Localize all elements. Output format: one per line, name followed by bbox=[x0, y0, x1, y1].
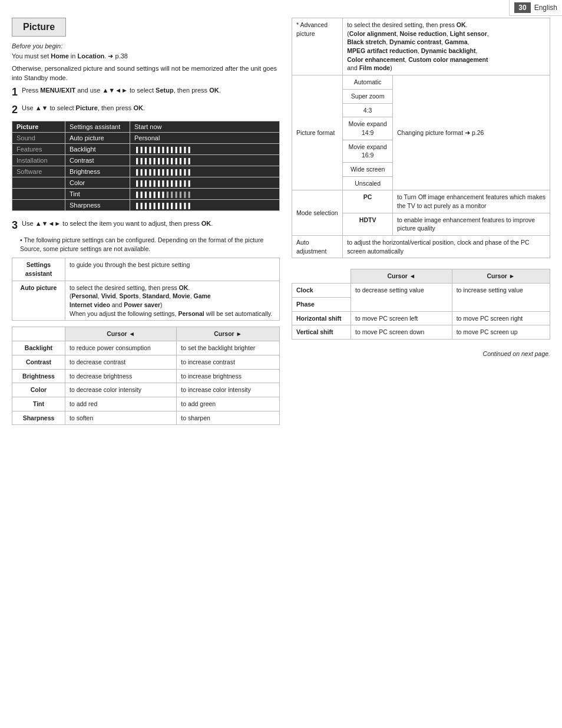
step-2-num: 2 bbox=[12, 104, 18, 117]
contrast-label: Contrast bbox=[12, 355, 65, 369]
color-left: to decrease color intensity bbox=[65, 383, 177, 397]
step-1-num: 1 bbox=[12, 86, 18, 99]
brightness-left: to decrease brightness bbox=[65, 369, 177, 383]
format-movie-169: Movie expand 16:9 bbox=[343, 140, 393, 162]
horizontal-shift-left: to move PC screen left bbox=[351, 311, 452, 325]
page-header: 30 English bbox=[509, 0, 562, 16]
page-number: 30 bbox=[514, 2, 530, 13]
menu-table: Picture Settings assistant Start now Sou… bbox=[12, 121, 280, 211]
horizontal-shift-label: Horizontal shift bbox=[292, 311, 351, 325]
menu-item-software: Software bbox=[12, 166, 65, 177]
mode-pc-desc: to Turn Off image enhancement features w… bbox=[393, 190, 550, 213]
mode-hdtv-desc: to enable image enhancement features to … bbox=[393, 213, 550, 235]
color-right: to increase color intensity bbox=[177, 383, 280, 397]
menu-sharpness-bar: ▐▐▐▐▐▐▐▐▐▐▐▐▐ bbox=[130, 200, 280, 211]
step-3-num: 3 bbox=[12, 219, 18, 232]
menu-item-sound: Sound bbox=[12, 133, 65, 144]
step-2: 2 Use ▲▼ to select Picture, then press O… bbox=[12, 104, 280, 117]
clock-phase-right: to increase setting value bbox=[452, 284, 550, 311]
phase-label: Phase bbox=[292, 297, 351, 311]
vertical-shift-right: to move PC screen up bbox=[452, 325, 550, 340]
backlight-label: Backlight bbox=[12, 341, 65, 355]
sharpness-right: to sharpen bbox=[177, 411, 280, 425]
step-3-text: Use ▲▼◄► to select the item you want to … bbox=[22, 219, 213, 228]
clock-phase-left: to decrease setting value bbox=[351, 284, 452, 311]
intro-line-2: Otherwise, personalized picture and soun… bbox=[12, 64, 280, 83]
menu-auto-picture: Auto picture bbox=[65, 133, 130, 144]
format-movie-149: Movie expand 14:9 bbox=[343, 117, 393, 140]
backlight-right: to set the backlight brighter bbox=[177, 341, 280, 355]
menu-brightness-bar: ▐▐▐▐▐▐▐▐▐▐▐▐▐ bbox=[130, 166, 280, 177]
tint-right: to add green bbox=[177, 397, 280, 411]
clock-phase-table: Cursor ◄ Cursor ► Clock to decrease sett… bbox=[292, 269, 550, 339]
format-unscaled: Unscaled bbox=[343, 176, 393, 190]
menu-empty-1 bbox=[12, 177, 65, 189]
format-superzoom: Super zoom bbox=[343, 89, 393, 103]
vertical-shift-label: Vertical shift bbox=[292, 325, 351, 340]
menu-empty-3 bbox=[12, 200, 65, 211]
menu-value-header: Start now bbox=[130, 121, 280, 133]
format-automatic: Automatic bbox=[343, 75, 393, 90]
main-content: Picture Before you begin: You must set H… bbox=[0, 0, 562, 443]
step-2-text: Use ▲▼ to select Picture, then press OK. bbox=[22, 104, 145, 113]
menu-color-bar: ▐▐▐▐▐▐▐▐▐▐▐▐▐ bbox=[130, 177, 280, 189]
picture-format-label: Picture format bbox=[292, 75, 343, 190]
settings-assistant-table: Settings assistant to guide you through … bbox=[12, 258, 280, 321]
sharpness-left: to soften bbox=[65, 411, 177, 425]
cursor-settings-table: Cursor ◄ Cursor ► Backlight to reduce po… bbox=[12, 327, 280, 425]
menu-backlight-bar: ▐▐▐▐▐▐▐▐▐▐▐▐▐ bbox=[130, 144, 280, 155]
cursor-right-header: Cursor ► bbox=[177, 327, 280, 341]
settings-assistant-desc: to guide you through the best picture se… bbox=[65, 258, 280, 281]
cursor-right-header-2: Cursor ► bbox=[452, 269, 550, 284]
cursor-left-header: Cursor ◄ bbox=[65, 327, 177, 341]
format-widescreen: Wide screen bbox=[343, 162, 393, 176]
menu-backlight: Backlight bbox=[65, 144, 130, 155]
right-main-table: * Advanced picture to select the desired… bbox=[292, 18, 550, 258]
step-3: 3 Use ▲▼◄► to select the item you want t… bbox=[12, 219, 280, 232]
menu-item-features: Features bbox=[12, 144, 65, 155]
clock-label: Clock bbox=[292, 284, 351, 298]
advanced-picture-label: * Advanced picture bbox=[292, 18, 343, 75]
brightness-label: Brightness bbox=[12, 369, 65, 383]
menu-personal: Personal bbox=[130, 133, 280, 144]
backlight-left: to reduce power consumption bbox=[65, 341, 177, 355]
horizontal-shift-right: to move PC screen right bbox=[452, 311, 550, 325]
menu-item-installation: Installation bbox=[12, 155, 65, 166]
step-3-bullet: The following picture settings can be co… bbox=[20, 236, 280, 253]
tint-left: to add red bbox=[65, 397, 177, 411]
sharpness-label: Sharpness bbox=[12, 411, 65, 425]
page-language: English bbox=[534, 4, 557, 12]
picture-format-note: Changing picture format ➜ p.26 bbox=[393, 75, 550, 190]
auto-picture-desc: to select the desired setting, then pres… bbox=[65, 281, 280, 321]
brightness-right: to increase brightness bbox=[177, 369, 280, 383]
step-1: 1 Press MENU/EXIT and use ▲▼◄► to select… bbox=[12, 86, 280, 99]
auto-adjustment-label: Auto adjustment bbox=[292, 236, 343, 258]
menu-sharpness: Sharpness bbox=[65, 200, 130, 211]
color-label: Color bbox=[12, 383, 65, 397]
contrast-left: to decrease contrast bbox=[65, 355, 177, 369]
menu-tint: Tint bbox=[65, 189, 130, 200]
left-column: Picture Before you begin: You must set H… bbox=[12, 18, 280, 431]
page-title: Picture bbox=[12, 18, 66, 37]
menu-brightness: Brightness bbox=[65, 166, 130, 177]
step-1-text: Press MENU/EXIT and use ▲▼◄► to select S… bbox=[22, 86, 221, 95]
continued-note: Continued on next page. bbox=[292, 350, 550, 357]
vertical-shift-left: to move PC screen down bbox=[351, 325, 452, 340]
auto-picture-label: Auto picture bbox=[12, 281, 65, 321]
empty-corner bbox=[292, 269, 351, 284]
menu-item-picture: Picture bbox=[12, 121, 65, 133]
menu-contrast: Contrast bbox=[65, 155, 130, 166]
format-43: 4:3 bbox=[343, 103, 393, 117]
auto-adjustment-desc: to adjust the horizontal/vertical positi… bbox=[343, 236, 550, 258]
menu-tint-bar: ▐▐▐▐▐▐▐▐▐▐▐▐▐ bbox=[130, 189, 280, 200]
mode-hdtv-label: HDTV bbox=[343, 213, 393, 235]
settings-assistant-label: Settings assistant bbox=[12, 258, 65, 281]
menu-contrast-bar: ▐▐▐▐▐▐▐▐▐▐▐▐▐ bbox=[130, 155, 280, 166]
intro-line-1: You must set Home in Location. ➜ p.38 bbox=[12, 52, 280, 61]
menu-color: Color bbox=[65, 177, 130, 189]
menu-submenu-header: Settings assistant bbox=[65, 121, 130, 133]
right-column: * Advanced picture to select the desired… bbox=[292, 18, 550, 431]
cursor-left-header-2: Cursor ◄ bbox=[351, 269, 452, 284]
before-begin-label: Before you begin: bbox=[12, 42, 280, 50]
mode-pc-label: PC bbox=[343, 190, 393, 213]
